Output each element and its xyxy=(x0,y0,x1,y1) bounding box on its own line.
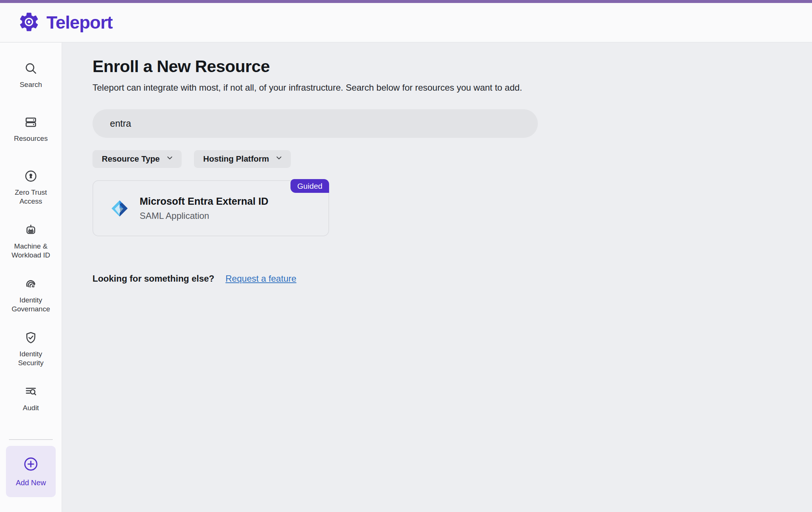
sidebar-item-audit[interactable]: Audit xyxy=(0,385,62,438)
search-icon xyxy=(24,61,38,77)
robot-icon xyxy=(24,223,38,239)
sidebar-nav: Search Resources Zero Trust Access xyxy=(0,43,62,512)
app-header: Teleport xyxy=(0,3,812,42)
teleport-logo[interactable]: Teleport xyxy=(17,10,113,35)
sidebar-item-label: Audit xyxy=(6,404,55,412)
resource-type-filter-button[interactable]: Resource Type xyxy=(92,150,182,168)
sidebar-item-label: Machine & Workload ID xyxy=(6,242,55,260)
resource-card-title: Microsoft Entra External ID xyxy=(140,196,269,207)
resource-search-pill xyxy=(92,109,538,138)
sidebar-item-resources[interactable]: Resources xyxy=(0,115,62,169)
top-accent-strip xyxy=(0,0,812,3)
add-new-button[interactable]: Add New xyxy=(6,446,56,497)
main-content: Enroll a New Resource Teleport can integ… xyxy=(62,43,812,512)
sidebar-item-label: Resources xyxy=(6,134,55,143)
servers-icon xyxy=(24,115,38,131)
filter-row: Resource Type Hosting Platform xyxy=(92,150,790,168)
sidebar-item-zero-trust-access[interactable]: Zero Trust Access xyxy=(0,169,62,223)
chevron-down-icon xyxy=(166,154,174,164)
sidebar-item-label: Identity Governance xyxy=(6,296,55,314)
microsoft-entra-icon xyxy=(110,199,129,218)
sidebar-divider xyxy=(9,439,53,440)
list-search-icon xyxy=(24,385,38,400)
footer-question: Looking for something else? xyxy=(92,273,214,284)
shield-check-icon xyxy=(24,331,38,346)
hosting-platform-filter-button[interactable]: Hosting Platform xyxy=(194,150,291,168)
sidebar-item-machine-workload-id[interactable]: Machine & Workload ID xyxy=(0,223,62,277)
guided-badge: Guided xyxy=(290,179,329,193)
page-title: Enroll a New Resource xyxy=(92,57,790,76)
sidebar-item-identity-governance[interactable]: Identity Governance xyxy=(0,277,62,331)
sidebar-item-label: Identity Security xyxy=(6,350,55,367)
page-subtitle: Teleport can integrate with most, if not… xyxy=(92,82,790,93)
hosting-platform-filter-label: Hosting Platform xyxy=(203,154,269,164)
resource-card-text: Microsoft Entra External ID SAML Applica… xyxy=(140,196,269,221)
feature-request-row: Looking for something else? Request a fe… xyxy=(92,273,790,284)
plus-circle-icon xyxy=(23,456,39,474)
add-new-label: Add New xyxy=(16,478,46,487)
sidebar-item-label: Zero Trust Access xyxy=(6,188,55,206)
sidebar-item-identity-security[interactable]: Identity Security xyxy=(0,331,62,385)
resource-card-subtitle: SAML Application xyxy=(140,211,269,221)
sidebar-item-label: Search xyxy=(6,80,55,89)
chevron-down-icon xyxy=(275,154,283,164)
resource-search-input[interactable] xyxy=(110,118,520,129)
sidebar-item-search[interactable]: Search xyxy=(0,61,62,115)
fingerprint-icon xyxy=(24,277,38,292)
request-a-feature-link[interactable]: Request a feature xyxy=(225,273,296,284)
teleport-gear-icon xyxy=(17,10,40,35)
brand-wordmark: Teleport xyxy=(46,12,113,33)
keyhole-icon xyxy=(24,169,38,185)
resource-type-filter-label: Resource Type xyxy=(102,154,160,164)
resource-card-microsoft-entra-external-id[interactable]: Guided Microsoft Entra External ID SAML … xyxy=(92,180,329,236)
